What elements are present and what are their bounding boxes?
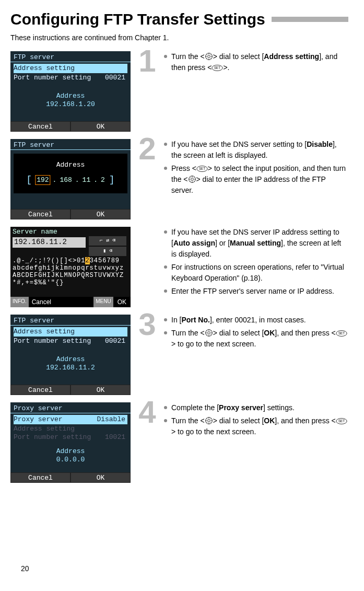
step2-bullet3: If you have set the DNS server IP addres… [164, 227, 348, 260]
ss3-port-value: 00021 [105, 337, 125, 346]
ss2b-field: 192.168.11.2 [13, 237, 86, 248]
dial-icon [188, 175, 196, 183]
ss4-title: Proxy server [14, 404, 63, 412]
step2-bullet4: For instructions on screen operations, r… [164, 262, 348, 284]
ss1-ok: OK [71, 121, 131, 132]
step4-bullets: Complete the [Proxy server] settings. Tu… [164, 402, 348, 439]
ss4-addr-label: Address [10, 447, 131, 455]
step1-bullets: Turn the <> dial to select [Address sett… [164, 51, 348, 75]
ss3-ok: OK [71, 385, 131, 395]
title-decoration [272, 17, 348, 22]
step3-bullet1: In [Port No.], enter 00021, in most case… [164, 315, 348, 326]
step-number-1: 1 [136, 48, 159, 74]
dial-icon [205, 52, 213, 61]
ss4-row-port: Port number setting 10021 [14, 433, 127, 442]
set-icon [212, 64, 223, 72]
ss2a-ip: [ 192. 168. 11. 2 ] [25, 175, 115, 185]
set-icon [336, 330, 347, 337]
ss1-addr-label: Address [10, 92, 131, 100]
step2-bullet5: Enter the FTP server's server name or IP… [164, 286, 348, 297]
ss3-addr-value: 192.168.11.2 [10, 364, 131, 372]
ss2b-toggle2: ▮ ⌫ [89, 247, 126, 256]
ss2a-ip-0: 192 [35, 175, 50, 185]
dial-icon [205, 416, 213, 425]
ss3-addr-label: Address [10, 355, 131, 363]
ss1-title: FTP server [14, 53, 54, 61]
ss4-addr-value: 0.0.0.0 [10, 456, 131, 463]
step-number-4: 4 [136, 399, 159, 425]
screenshot-step2b: Server name 192.168.11.2 ⌐ ⇄ ⌫ ▮ ⌫ .@-_/… [10, 227, 131, 307]
ss2a-ok: OK [71, 209, 131, 219]
step2-bullet2: Press <> to select the input position, a… [164, 163, 348, 196]
ss3-row-port: Port number setting 00021 [14, 337, 127, 346]
ss2b-cancel: Cancel [29, 297, 94, 307]
step2a-bullets: If you have set the DNS server setting t… [164, 139, 348, 198]
set-icon [336, 418, 347, 425]
screenshot-step1: FTP server Address setting Port number s… [10, 51, 131, 132]
step3-bullets: In [Port No.], enter 00021, in most case… [164, 315, 348, 352]
ss2a-title: FTP server [14, 141, 54, 149]
step-number-3: 3 [136, 311, 159, 338]
ss2b-ok: OK [113, 297, 131, 307]
ss4-port-label: Port number setting [14, 433, 91, 441]
page-title: Configuring FTP Transfer Settings [10, 10, 265, 28]
ss4-ok: OK [71, 472, 131, 483]
step4-bullet2: Turn the <> dial to select [OK], and the… [164, 415, 348, 437]
ss4-proxy-label: Proxy server [14, 415, 63, 423]
dial-icon [205, 329, 213, 337]
ss3-title: FTP server [14, 317, 54, 325]
ss4-row-proxy: Proxy server Disable [14, 415, 127, 424]
intro-text: These instructions are continued from Ch… [10, 33, 348, 42]
step-number-2: 2 [136, 136, 159, 162]
ss1-port-label: Port number setting [14, 74, 91, 82]
ss2b-keyboard: .@-_/:;!?()[]<>0123456789 abcdefghijklmn… [13, 257, 128, 286]
step3-bullet2: Turn the <> dial to select [OK], and the… [164, 328, 348, 350]
set-icon [196, 165, 208, 172]
screenshot-step4: Proxy server Proxy server Disable Addres… [10, 402, 131, 483]
ss3-port-label: Port number setting [14, 337, 91, 345]
page-number: 20 [21, 564, 29, 573]
screenshot-step2a: FTP server Address [ 192. 168. 11. 2 ] C… [10, 139, 131, 219]
ss3-cancel: Cancel [10, 385, 71, 395]
ss3-row-address-setting: Address setting [14, 327, 127, 337]
ss2b-menu: MENU [93, 297, 113, 307]
step2b-bullets: If you have set the DNS server IP addres… [164, 227, 348, 299]
ss1-row-address-setting: Address setting [14, 64, 127, 73]
screenshot-step3: FTP server Address setting Port number s… [10, 315, 131, 395]
ss2a-ip-3: 2 [100, 176, 106, 184]
ss2a-ip-2: 11 [81, 176, 92, 184]
ss1-cancel: Cancel [10, 121, 71, 132]
step1-bullet1: Turn the <> dial to select [Address sett… [164, 51, 348, 73]
ss2a-cancel: Cancel [10, 209, 71, 219]
ss2b-toggle1: ⌐ ⇄ ⌫ [89, 236, 126, 246]
ss4-proxy-value: Disable [97, 415, 125, 424]
ss2b-title: Server name [13, 228, 57, 236]
ss1-port-value: 00021 [105, 73, 125, 83]
step4-bullet1: Complete the [Proxy server] settings. [164, 402, 348, 413]
ss2a-ip-1: 168 [58, 176, 73, 184]
step2-bullet1: If you have set the DNS server setting t… [164, 139, 348, 161]
ss2b-info: INFO. [10, 297, 29, 307]
ss2a-addr-label: Address [10, 161, 131, 169]
ss1-addr-value: 192.168.1.20 [10, 100, 131, 108]
ss1-row-port: Port number setting 00021 [14, 73, 127, 83]
ss4-cancel: Cancel [10, 472, 71, 483]
ss4-port-value: 10021 [105, 433, 125, 442]
